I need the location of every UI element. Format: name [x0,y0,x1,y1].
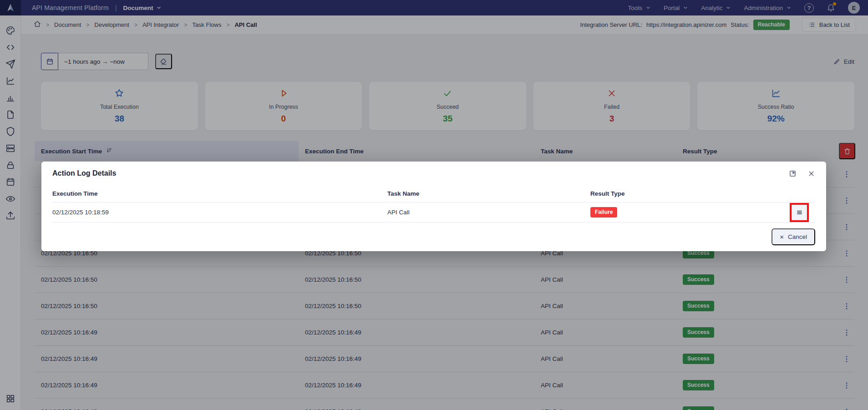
modal-table-row: 02/12/2025 10:18:59 API Call Failure [52,202,815,223]
modal-column-execution-time: Execution Time [52,190,387,197]
annotation-highlight-box [790,203,809,222]
cancel-button[interactable]: × Cancel [772,228,815,245]
action-log-details-modal: Action Log Details Execution Time Task N… [41,162,826,251]
modal-row-task: API Call [387,209,590,216]
failure-badge: Failure [590,207,617,217]
modal-row-time: 02/12/2025 10:18:59 [52,209,387,216]
maximize-icon[interactable] [789,170,797,177]
modal-column-result-type: Result Type [590,190,790,197]
modal-header: Action Log Details [52,162,815,185]
hamburger-menu-icon [796,208,803,216]
x-icon: × [780,233,784,240]
close-icon[interactable] [807,170,815,177]
modal-table-header: Execution Time Task Name Result Type [52,185,815,202]
modal-title: Action Log Details [52,169,116,177]
log-detail-menu-button[interactable] [792,205,807,220]
modal-column-task-name: Task Name [387,190,590,197]
modal-footer: × Cancel [52,223,815,251]
